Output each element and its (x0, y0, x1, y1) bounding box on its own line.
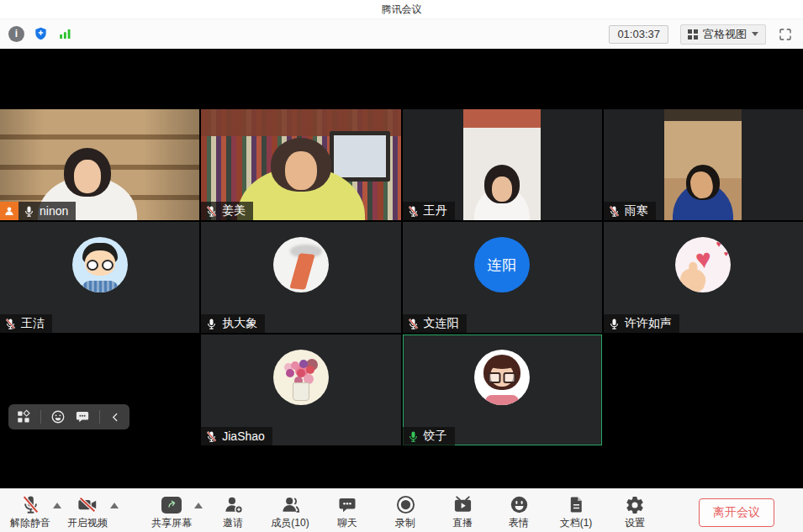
bottom-toolbar: 解除静音 开启视频 共享屏幕 (0, 488, 803, 532)
network-signal-icon[interactable] (57, 26, 73, 42)
share-screen-button[interactable]: 共享屏幕 (150, 493, 193, 530)
button-label: 表情 (509, 516, 529, 530)
members-icon (280, 494, 301, 515)
nameplate: JiaShao (201, 427, 272, 445)
participant-tile-wangjie[interactable]: 王洁 (0, 222, 199, 333)
emoji-reaction-icon[interactable] (50, 409, 66, 424)
invite-button[interactable]: 邀请 (213, 493, 253, 530)
mic-muted-icon (205, 430, 218, 443)
participant-tile-ninon[interactable]: ninon (0, 109, 199, 220)
live-icon (452, 494, 473, 515)
button-label: 解除静音 (10, 516, 50, 530)
participant-tile-wangdan[interactable]: 王丹 (403, 109, 602, 220)
avatar (273, 350, 329, 405)
mic-muted-icon (205, 205, 218, 218)
document-icon (567, 494, 586, 515)
emoji-icon (509, 494, 530, 515)
avatar-initials: 连阳 (487, 255, 517, 275)
video-options-caret[interactable] (110, 503, 119, 508)
button-label: 共享屏幕 (151, 516, 192, 530)
nameplate: 执大象 (201, 314, 265, 333)
mic-options-caret[interactable] (53, 503, 61, 508)
participant-name: 王丹 (424, 203, 447, 219)
button-label: 直播 (452, 516, 473, 530)
nameplate: ninon (0, 202, 76, 220)
participant-name: ninon (40, 204, 68, 218)
button-label: 聊天 (337, 516, 357, 530)
avatar (273, 237, 329, 292)
button-label: 成员(10) (271, 516, 309, 530)
settings-button[interactable]: 设置 (615, 493, 655, 530)
emoji-button[interactable]: 表情 (499, 493, 539, 530)
chat-button[interactable]: 聊天 (327, 493, 367, 530)
avatar (675, 237, 731, 292)
avatar: 连阳 (474, 237, 530, 292)
nameplate: 王洁 (0, 314, 52, 333)
participant-name: 姜美 (222, 203, 246, 219)
docs-button[interactable]: 文档(1) (552, 493, 600, 530)
button-label: 设置 (625, 516, 645, 530)
caret-down-icon (752, 32, 758, 36)
security-shield-icon[interactable] (33, 26, 49, 42)
avatar (474, 350, 530, 405)
participant-grid: ninon 姜美 (0, 109, 803, 445)
participant-tile-wenlianyang[interactable]: 连阳 文连阳 (403, 222, 602, 333)
fullscreen-icon[interactable] (778, 27, 793, 42)
unmute-button[interactable]: 解除静音 (8, 493, 52, 530)
start-video-button[interactable]: 开启视频 (66, 493, 109, 530)
participant-tile-zhidaxiang[interactable]: 执大象 (201, 222, 400, 333)
participant-tile-jiaozi[interactable]: 饺子 (403, 334, 602, 445)
participant-name: JiaShao (222, 429, 265, 443)
meeting-window: 腾讯会议 01:03:37 宫格视图 (0, 0, 803, 532)
top-toolbar: 01:03:37 宫格视图 (0, 19, 803, 49)
record-icon (395, 494, 416, 515)
avatar (72, 237, 128, 292)
leave-meeting-button[interactable]: 离开会议 (699, 498, 774, 527)
share-options-caret[interactable] (194, 503, 203, 508)
nameplate: 饺子 (403, 427, 455, 445)
mic-muted-icon (20, 494, 41, 515)
record-button[interactable]: 录制 (385, 493, 425, 530)
invite-icon (223, 494, 244, 515)
divider (99, 410, 100, 424)
participant-tile-yuhan[interactable]: 雨寒 (604, 109, 803, 220)
participant-name: 雨寒 (625, 203, 648, 219)
button-label: 开启视频 (67, 516, 108, 530)
live-button[interactable]: 直播 (442, 493, 483, 530)
info-icon[interactable] (8, 26, 24, 42)
settings-gear-icon (625, 495, 645, 515)
view-mode-label: 宫格视图 (703, 27, 747, 42)
nameplate: 许许如声 (604, 314, 679, 333)
mic-muted-icon (4, 318, 17, 330)
button-label: 邀请 (223, 516, 243, 530)
host-badge-icon (0, 202, 18, 220)
participant-name: 许许如声 (625, 316, 672, 331)
chat-bubble-icon[interactable] (75, 409, 90, 424)
view-mode-button[interactable]: 宫格视图 (680, 24, 766, 45)
button-label: 文档(1) (560, 516, 593, 530)
grid-view-icon (688, 29, 698, 40)
window-title: 腾讯会议 (382, 3, 422, 17)
chat-icon (337, 495, 357, 515)
video-stage: ninon 姜美 (0, 49, 803, 487)
mic-on-icon (23, 205, 35, 218)
mic-on-icon (205, 318, 218, 330)
meeting-timer: 01:03:37 (609, 25, 668, 44)
divider (40, 410, 41, 424)
mic-muted-icon (608, 205, 621, 218)
collapse-chevron-icon[interactable] (109, 411, 122, 424)
camera-muted-icon (77, 494, 98, 515)
button-label: 录制 (395, 516, 415, 530)
nameplate: 姜美 (201, 202, 253, 220)
members-button[interactable]: 成员(10) (267, 493, 314, 530)
mic-muted-icon (407, 318, 420, 330)
participant-name: 饺子 (424, 429, 447, 444)
participant-tile-jiangmei[interactable]: 姜美 (201, 109, 400, 220)
participant-name: 文连阳 (424, 316, 459, 331)
layout-switch-icon[interactable] (16, 409, 31, 424)
nameplate: 文连阳 (403, 314, 467, 333)
share-screen-icon (161, 497, 182, 514)
participant-tile-xuxurusheng[interactable]: 许许如声 (604, 222, 803, 333)
participant-tile-jiashao[interactable]: JiaShao (201, 334, 400, 445)
mic-on-icon (608, 318, 621, 330)
